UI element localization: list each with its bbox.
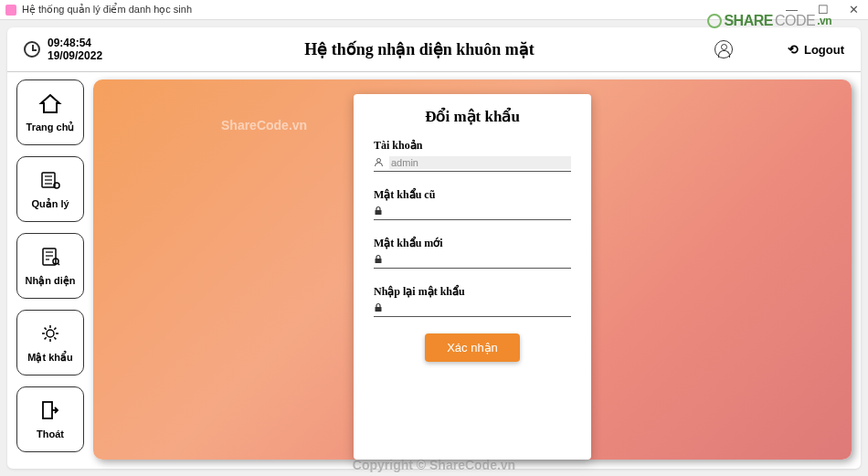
watermark-center: ShareCode.vn xyxy=(221,118,307,132)
page-title: Hệ thống nhận diện khuôn mặt xyxy=(124,39,715,59)
logout-label: Logout xyxy=(804,43,844,57)
lock-icon xyxy=(374,206,383,217)
svg-point-11 xyxy=(47,330,54,337)
logout-icon: ⟲ xyxy=(788,42,799,57)
close-button[interactable]: ✕ xyxy=(845,3,863,16)
app-icon xyxy=(5,5,16,16)
user-icon[interactable] xyxy=(715,40,733,58)
svg-rect-12 xyxy=(43,402,52,418)
account-input xyxy=(389,156,571,169)
form-title: Đổi mật khẩu xyxy=(374,107,571,126)
watermark-corner: SHARECODE.vn xyxy=(707,13,831,29)
oldpw-label: Mật khẩu cũ xyxy=(374,188,571,202)
account-label: Tài khoản xyxy=(374,139,571,153)
header-time-text: 09:48:54 xyxy=(48,37,102,49)
app-body: Trang chủ Quản lý Nhận diện Mật khẩu xyxy=(7,72,861,469)
exit-icon xyxy=(40,399,60,425)
sidebar-item-label: Quản lý xyxy=(31,198,69,210)
oldpw-input[interactable] xyxy=(388,206,571,217)
sidebar-item-label: Trang chủ xyxy=(26,122,75,133)
newpw-field: Mật khẩu mới xyxy=(374,237,571,269)
header-datetime: 09:48:54 19/09/2022 xyxy=(24,37,124,62)
confirmpw-label: Nhập lại mật khẩu xyxy=(374,285,571,299)
clock-icon xyxy=(24,41,40,58)
sidebar-item-password[interactable]: Mật khẩu xyxy=(16,310,84,376)
submit-button[interactable]: Xác nhận xyxy=(425,333,520,362)
window-title: Hệ thống quản lý điểm danh học sinh xyxy=(22,4,192,16)
svg-point-13 xyxy=(377,158,381,162)
sidebar-item-label: Mật khẩu xyxy=(27,352,72,364)
sidebar-item-home[interactable]: Trang chủ xyxy=(16,79,84,145)
recycle-icon xyxy=(707,14,722,28)
sidebar-item-label: Thoát xyxy=(37,428,64,439)
sidebar: Trang chủ Quản lý Nhận diện Mật khẩu xyxy=(16,79,84,460)
sidebar-item-detect[interactable]: Nhận diện xyxy=(16,233,84,299)
sidebar-item-label: Nhận diện xyxy=(26,275,76,287)
logout-button[interactable]: ⟲ Logout xyxy=(788,42,844,57)
sidebar-item-exit[interactable]: Thoát xyxy=(16,386,84,452)
confirmpw-input[interactable] xyxy=(388,303,571,314)
gear-icon xyxy=(39,323,61,348)
person-icon xyxy=(374,157,384,169)
header-date-text: 19/09/2022 xyxy=(48,49,102,62)
confirmpw-field: Nhập lại mật khẩu xyxy=(374,285,571,317)
main-panel: ShareCode.vn Đổi mật khẩu Tài khoản Mật … xyxy=(93,79,852,460)
newpw-label: Mật khẩu mới xyxy=(374,237,571,250)
header-bar: 09:48:54 19/09/2022 Hệ thống nhận diện k… xyxy=(7,27,861,72)
svg-rect-14 xyxy=(376,210,382,215)
home-icon xyxy=(38,92,62,118)
lock-icon xyxy=(374,302,383,314)
detect-icon xyxy=(39,246,61,271)
sidebar-item-manage[interactable]: Quản lý xyxy=(16,156,84,222)
lock-icon xyxy=(374,254,383,266)
svg-rect-16 xyxy=(376,307,382,312)
oldpw-field: Mật khẩu cũ xyxy=(374,188,571,220)
newpw-input[interactable] xyxy=(388,255,571,266)
svg-rect-15 xyxy=(376,259,382,263)
account-field: Tài khoản xyxy=(374,139,571,172)
svg-line-10 xyxy=(58,263,59,265)
app-window: 09:48:54 19/09/2022 Hệ thống nhận diện k… xyxy=(7,27,861,469)
change-password-form: Đổi mật khẩu Tài khoản Mật khẩu cũ xyxy=(354,94,591,460)
manage-icon xyxy=(39,169,61,195)
